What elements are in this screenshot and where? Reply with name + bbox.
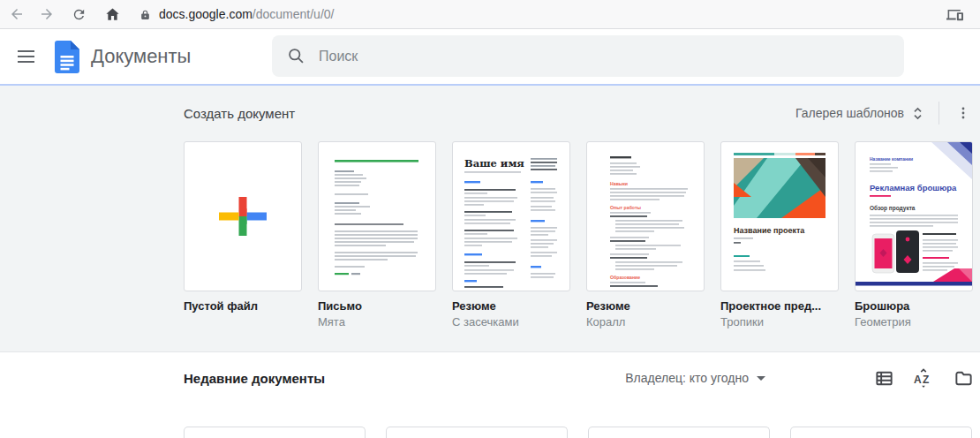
document-card[interactable]: [790, 427, 972, 438]
forward-icon[interactable]: [35, 3, 58, 26]
templates-section-title: Создать документ: [184, 106, 295, 121]
document-card[interactable]: [588, 427, 770, 438]
home-icon[interactable]: [101, 3, 124, 26]
template-project-tropics: Название проекта Проектное пред... Тропи…: [720, 141, 839, 328]
back-icon[interactable]: [5, 3, 28, 26]
search-icon: [287, 47, 305, 65]
divider: [939, 102, 939, 125]
svg-text:Название проекта: Название проекта: [734, 226, 805, 235]
svg-text:Навыки: Навыки: [610, 181, 628, 186]
google-docs-logo-icon[interactable]: [55, 41, 79, 73]
template-gallery-button[interactable]: Галерея шаблонов: [795, 106, 925, 121]
reload-icon[interactable]: [67, 3, 90, 26]
template-subtitle: Мята: [318, 315, 436, 328]
brochure-geometry-preview: Название компании Рекламная брошюра Обзо…: [856, 142, 972, 291]
url-host: docs.google.com: [159, 7, 253, 21]
resume-coral-preview: Навыки Опыт работы: [587, 142, 704, 291]
template-resume-serif: Ваше имя: [452, 141, 570, 328]
project-tropics-preview: Название проекта: [721, 142, 838, 291]
template-subtitle: [184, 315, 302, 328]
template-gallery-label: Галерея шаблонов: [795, 106, 904, 120]
template-brochure-geometry: Название компании Рекламная брошюра Обзо…: [855, 141, 973, 328]
lock-icon[interactable]: [139, 8, 151, 21]
google-docs-home: docs.google.com/document/u/0/ Документы: [0, 0, 980, 438]
template-letter-mint-thumbnail[interactable]: [318, 141, 436, 291]
svg-text:Опыт работы: Опыт работы: [610, 205, 641, 210]
document-card[interactable]: [184, 427, 366, 438]
address-bar[interactable]: docs.google.com/document/u/0/: [139, 7, 334, 21]
template-name: Брошюра: [855, 299, 973, 313]
main-menu-icon[interactable]: [15, 46, 36, 67]
owner-filter-label: Владелец: кто угодно: [625, 371, 749, 385]
page-title: Документы: [91, 45, 191, 68]
template-subtitle: Коралл: [586, 315, 705, 328]
svg-text:Название компании: Название компании: [870, 156, 913, 162]
template-subtitle: Геометрия: [855, 315, 973, 328]
document-card[interactable]: [386, 427, 568, 438]
template-resume-coral-thumbnail[interactable]: Навыки Опыт работы: [586, 141, 705, 291]
template-project-tropics-thumbnail[interactable]: Название проекта: [720, 141, 839, 291]
svg-text:Рекламная брошюра: Рекламная брошюра: [870, 183, 957, 193]
template-name: Письмо: [318, 299, 436, 313]
recent-document-cards: [184, 427, 972, 438]
sort-az-icon[interactable]: A Z: [913, 367, 934, 389]
templates-section: Создать документ Галерея шаблонов: [0, 86, 980, 352]
template-brochure-geometry-thumbnail[interactable]: Название компании Рекламная брошюра Обзо…: [855, 141, 973, 291]
svg-text:Образование: Образование: [610, 275, 640, 280]
list-view-icon[interactable]: [873, 367, 894, 389]
url-path: /document/u/0/: [253, 7, 335, 21]
svg-text:A: A: [914, 373, 922, 385]
template-name: Резюме: [586, 299, 705, 313]
template-resume-coral: Навыки Опыт работы: [586, 141, 705, 328]
browser-toolbar: docs.google.com/document/u/0/: [0, 0, 980, 29]
search-bar[interactable]: [272, 35, 904, 77]
template-blank: Пустой файл: [184, 141, 302, 328]
template-name: Проектное пред...: [720, 299, 839, 313]
template-letter-mint: Письмо Мята: [318, 141, 436, 328]
template-subtitle: С засечками: [452, 315, 570, 328]
app-header: Документы: [0, 29, 980, 86]
template-blank-thumbnail[interactable]: [184, 141, 302, 291]
template-cards: Пустой файл: [184, 141, 974, 328]
svg-text:Ваше имя: Ваше имя: [464, 157, 524, 170]
template-resume-serif-thumbnail[interactable]: Ваше имя: [452, 141, 570, 291]
template-name: Пустой файл: [184, 299, 302, 313]
dropdown-arrow-icon: [757, 376, 765, 381]
svg-text:Обзор продукта: Обзор продукта: [870, 205, 916, 212]
svg-text:Z: Z: [923, 373, 929, 385]
template-subtitle: Тропики: [720, 315, 839, 328]
letter-mint-preview: [319, 142, 435, 291]
open-file-picker-icon[interactable]: [953, 367, 974, 389]
template-name: Резюме: [452, 299, 570, 313]
resume-serif-preview: Ваше имя: [453, 142, 569, 291]
recent-documents-section: Недавние документы Владелец: кто угодно …: [0, 352, 980, 438]
plus-icon: [217, 191, 268, 242]
owner-filter-dropdown[interactable]: Владелец: кто угодно: [625, 371, 765, 385]
search-input[interactable]: [317, 48, 868, 65]
devices-icon[interactable]: [943, 3, 966, 26]
unfold-icon: [910, 106, 925, 121]
recent-section-title: Недавние документы: [184, 371, 325, 386]
more-options-icon[interactable]: [953, 102, 974, 124]
